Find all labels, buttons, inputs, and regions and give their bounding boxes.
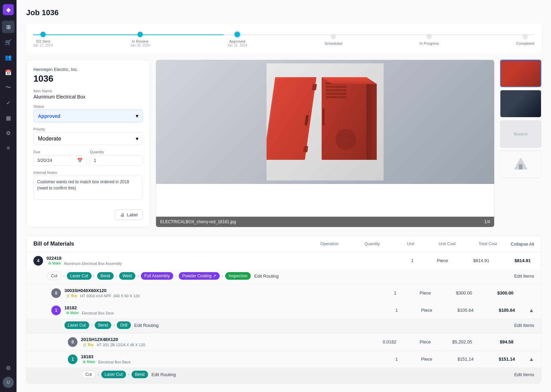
sidebar-item-calendar[interactable]: 📅 bbox=[2, 66, 14, 79]
bom-row-main-201sh: 0 201SH12X48X120 🛒 Buy HT 201 2B 12GA X … bbox=[27, 333, 541, 350]
routing-row-18182: Laser Cut › Bend › Drill Edit Routing Ed… bbox=[27, 319, 541, 333]
route-tag-inspection-022418[interactable]: Inspection bbox=[225, 272, 251, 280]
quantity-field[interactable]: 1 bbox=[90, 155, 143, 166]
due-value: 3/20/24 bbox=[37, 158, 52, 163]
route-tag-bend-18182[interactable]: Bend bbox=[95, 321, 111, 329]
bom-total-201sh: $94.58 bbox=[486, 339, 513, 344]
job-details-panel: Hennepin Electric, Inc. 1036 Item Name A… bbox=[26, 60, 150, 227]
thumbnail-4-img bbox=[512, 156, 529, 173]
due-field[interactable]: 3/20/24 📅 bbox=[33, 155, 86, 166]
expand-icon-18182[interactable]: ▲ bbox=[529, 307, 534, 313]
bom-badge-022418: 4 bbox=[33, 256, 43, 266]
bom-item-info-18182: 1 18182 ⚙ Make Electrical Box Door bbox=[51, 305, 114, 315]
edit-items-022418[interactable]: Edit Items bbox=[514, 274, 534, 279]
step-label-so-sent: SO Sent bbox=[36, 39, 50, 43]
route-tag-laser-cut-18182[interactable]: Laser Cut bbox=[64, 321, 89, 329]
sidebar-item-home[interactable]: ⊞ bbox=[2, 21, 14, 33]
route-tag-full-assembly-022418[interactable]: Full Assembly bbox=[141, 272, 173, 280]
buy-badge-3003sh: 🛒 Buy bbox=[64, 293, 79, 298]
thumbnail-1[interactable] bbox=[500, 60, 541, 87]
bom-unit-18183: Piece bbox=[412, 357, 432, 362]
route-tag-powder-coating-022418[interactable]: Powder Coating ↗ bbox=[179, 272, 220, 280]
bom-item-info-022418: 4 022418 ⚙ Make Aluminum Electrical Box … bbox=[33, 256, 386, 266]
edit-items-18182[interactable]: Edit Items bbox=[514, 323, 534, 328]
buy-badge-201sh: 🛒 Buy bbox=[81, 342, 95, 347]
bom-row-18183: 1 18183 ⚙ Make Electrical Box Back 1 bbox=[27, 350, 541, 383]
route-arrow-1: › bbox=[63, 274, 65, 278]
bom-unit-18182: Piece bbox=[412, 308, 432, 313]
progress-step-in-review: In Review Jan 20, 2024 bbox=[130, 32, 150, 47]
edit-routing-18183[interactable]: Edit Routing bbox=[152, 372, 176, 377]
app-logo[interactable]: ◆ bbox=[3, 4, 14, 15]
bom-total-18182: $105.64 bbox=[487, 308, 515, 313]
user-avatar[interactable]: U bbox=[3, 377, 14, 388]
route-tag-weld-022418[interactable]: Weld bbox=[119, 272, 135, 280]
bom-item-details-022418: 022418 ⚙ Make Aluminum Electrical Box As… bbox=[46, 256, 122, 266]
bom-item-code-201sh: 201SH12X48X120 bbox=[81, 337, 145, 342]
bom-row-18182: 1 18182 ⚙ Make Electrical Box Door 1 Pie… bbox=[27, 301, 541, 383]
page-title: Job 1036 bbox=[26, 8, 541, 17]
route-tag-bend-022418[interactable]: Bend bbox=[97, 272, 114, 280]
route-tag-bend-18183[interactable]: Bend bbox=[132, 371, 148, 378]
expand-icon-18183[interactable]: ▲ bbox=[529, 356, 534, 362]
bom-badge-3003sh: 0 bbox=[51, 288, 61, 298]
bom-unit-022418: Piece bbox=[427, 258, 448, 263]
notes-field[interactable]: Customer wants red to match box ordered … bbox=[33, 176, 143, 200]
sidebar-item-orders[interactable]: 🛒 bbox=[2, 36, 14, 48]
label-button[interactable]: 🖨 Label bbox=[115, 209, 143, 220]
collapse-all-button[interactable]: Collapse All bbox=[511, 241, 534, 247]
sidebar-item-tasks[interactable]: ✓ bbox=[2, 96, 14, 109]
make-badge-022418: ⚙ Make bbox=[46, 261, 62, 266]
route-tag-drill-18182[interactable]: Drill bbox=[117, 321, 131, 329]
chevron-down-icon-2: ▾ bbox=[136, 135, 138, 142]
route-tag-cut-022418[interactable]: Cut bbox=[47, 272, 61, 280]
content-grid: Hennepin Electric, Inc. 1036 Item Name A… bbox=[26, 60, 541, 227]
bom-row-3003sh: 0 3003SH040X60X120 🛒 Buy HT 3003 H14 NPF… bbox=[27, 284, 541, 301]
bom-row-main-18182: 1 18182 ⚙ Make Electrical Box Door 1 Pie… bbox=[27, 302, 541, 319]
bom-item-code-18182: 18182 bbox=[64, 305, 114, 310]
progress-track: SO Sent Jan 17, 2024 In Review Jan 20, 2… bbox=[33, 32, 534, 47]
step-label-approved: Approved bbox=[229, 39, 245, 43]
bom-item-info-18183: 1 18183 ⚙ Make Electrical Box Back bbox=[68, 354, 131, 364]
route-tag-cut-18183[interactable]: Cut bbox=[82, 370, 96, 379]
edit-routing-022418[interactable]: Edit Routing bbox=[254, 274, 279, 279]
bom-item-code-022418: 022418 bbox=[46, 256, 122, 261]
step-dot-so-sent bbox=[40, 32, 46, 37]
sidebar-item-reports[interactable]: ▦ bbox=[2, 112, 14, 124]
bom-item-details-3003sh: 3003SH040X60X120 🛒 Buy HT 3003 H14 NPF .… bbox=[64, 288, 139, 298]
edit-routing-18182[interactable]: Edit Routing bbox=[134, 323, 159, 328]
sidebar-item-parts[interactable]: ⚙ bbox=[2, 127, 14, 139]
company-name: Hennepin Electric, Inc. bbox=[33, 67, 143, 72]
route-tag-laser-cut-022418[interactable]: Laser Cut bbox=[67, 272, 92, 280]
sidebar-item-list[interactable]: ≡ bbox=[2, 142, 14, 154]
edit-items-18183[interactable]: Edit Items bbox=[514, 372, 534, 377]
bom-section: Bill of Materials Operation Quantity Uni… bbox=[26, 236, 541, 383]
bom-unit-cost-3003sh: $300.00 bbox=[445, 290, 472, 296]
logo-symbol: ◆ bbox=[6, 7, 10, 13]
bom-qty-201sh: 0.0182 bbox=[369, 339, 396, 344]
bom-item-sub-201sh: 🛒 Buy HT 201 2B 12GA X 48 X 120 bbox=[81, 342, 145, 347]
quantity-value: 1 bbox=[94, 158, 96, 163]
route-tag-laser-cut-18183[interactable]: Laser Cut bbox=[101, 371, 126, 378]
step-dot-in-progress bbox=[426, 34, 432, 39]
routing-row-18183: Cut › Laser Cut › Bend Edit Routing Edit… bbox=[27, 368, 541, 383]
image-page: 1/4 bbox=[484, 219, 490, 224]
bom-unit-cost-201sh: $5,202.05 bbox=[445, 339, 472, 344]
sidebar-item-settings[interactable]: ⚙ bbox=[2, 362, 14, 374]
bom-row-022418: 4 022418 ⚙ Make Aluminum Electrical Box … bbox=[27, 252, 541, 383]
step-date-approved: Jan 21, 2024 bbox=[227, 43, 247, 47]
route-arrow-2: › bbox=[94, 274, 95, 278]
bom-item-sub-3003sh: 🛒 Buy HT 3003 H14 NPF .040 X 60 X 120 bbox=[64, 293, 139, 298]
bom-col-quantity: Quantity bbox=[352, 241, 380, 246]
status-dropdown[interactable]: Approved ▾ bbox=[33, 110, 143, 122]
thumbnail-4[interactable] bbox=[500, 151, 541, 178]
bom-unit-3003sh: Piece bbox=[410, 290, 431, 296]
sidebar-item-users[interactable]: 👥 bbox=[2, 51, 14, 63]
priority-dropdown[interactable]: Moderate ▾ bbox=[33, 132, 143, 145]
thumbnail-2[interactable] bbox=[500, 90, 541, 117]
status-group: Status Approved ▾ bbox=[33, 104, 143, 122]
item-name-label: Item Name bbox=[33, 89, 143, 93]
route-arrow-18182-1: › bbox=[91, 323, 93, 328]
thumbnail-3[interactable]: Blueprint bbox=[500, 120, 541, 148]
sidebar-item-activity[interactable]: 〜 bbox=[2, 81, 14, 94]
